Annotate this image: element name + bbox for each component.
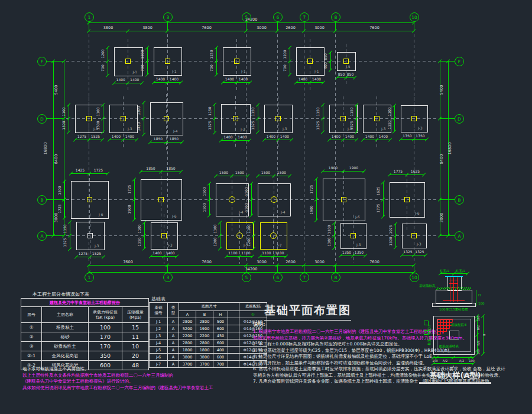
footing-sidedim-tick xyxy=(321,130,325,134)
footing-sidedim-label: 1350 xyxy=(387,118,392,131)
footing-dim-label: 1725 xyxy=(90,168,108,173)
foundation-cell: 3700 xyxy=(196,361,213,368)
bubble-stem xyxy=(89,265,89,273)
column-marker xyxy=(411,233,417,238)
foundation-cell: 2800 xyxy=(179,339,196,347)
foundation-cell: 1900 xyxy=(196,325,213,332)
bubble-stem xyxy=(89,21,89,31)
footing-sidedim-label: 1375 xyxy=(251,119,255,132)
dim-top-total xyxy=(89,22,414,23)
footing-sidedim-label: 1150 xyxy=(349,105,354,118)
soil-cell: ③ xyxy=(21,342,42,351)
bubble-stem xyxy=(46,235,64,236)
soil-footnotes: 地下水对钢筋混凝土不具腐蚀性。以上土层特性及水文条件均依据南宁市地质工程勘察院二… xyxy=(22,366,213,391)
foundation-cell: J-6 xyxy=(150,354,168,361)
dim-right-segments-label: 8400 xyxy=(439,153,444,166)
footing-dim-label: 850 xyxy=(342,72,359,77)
footing-dim-label: 1100 xyxy=(271,251,288,255)
footing-sidedim-label: 1100 xyxy=(213,222,218,235)
footing-dim-label: 1100 xyxy=(237,251,255,255)
soil-cell: 全风化花岗岩 xyxy=(42,351,89,361)
soil-cell: 100 xyxy=(89,323,122,332)
foundation-table-title: 基础表 xyxy=(151,296,166,302)
bubble-stem xyxy=(46,61,64,62)
dim-bottom-segments-label: 7600 xyxy=(113,260,143,264)
footing-label: J-3 xyxy=(128,127,132,131)
note-item: 5. 基坑开挖后，如土层条件与勘察报告不符时请通知勘察单位会同设计、监理协商处理… xyxy=(253,360,448,367)
dim-top-segments-label: 2600 xyxy=(276,25,306,30)
footing-sidedim-label: 1450 xyxy=(137,120,141,133)
foundation-cell: 450 xyxy=(213,332,228,339)
grid-bubble-3: 3 xyxy=(163,273,173,282)
grid-bubble-F: F xyxy=(455,57,464,66)
footing-sidedim-label: 1300 xyxy=(137,104,141,117)
soil-col-header: 层号 xyxy=(21,307,42,323)
grid-bubble-7: 7 xyxy=(300,12,309,22)
footing-sidedim-label: 1500 xyxy=(202,185,207,198)
grid-line-vertical xyxy=(335,34,336,261)
column-marker xyxy=(125,59,131,64)
detail-dim-label: A/2 xyxy=(440,358,450,363)
bubble-stem xyxy=(277,265,278,273)
foundation-cell: J-4 xyxy=(150,339,168,347)
footing-dim-label: 1400 xyxy=(276,134,294,139)
grid-bubble-10: 10 xyxy=(410,273,419,282)
column-marker xyxy=(87,233,93,238)
bubble-stem xyxy=(440,199,455,200)
detail-dim-label: 100 xyxy=(476,347,481,357)
footing-sidedim-label: 1500 xyxy=(57,184,62,197)
footing-dim-label: 1400 xyxy=(121,134,139,139)
dim-top-segments-label: 3800 xyxy=(93,25,123,30)
foundation-cell xyxy=(228,354,239,361)
footing-label: J-1 xyxy=(133,70,138,74)
column-marker xyxy=(307,59,313,64)
bubble-stem xyxy=(335,21,336,31)
footing-label: J-5 xyxy=(346,64,351,69)
soil-table-caption: 本工程土层分布情况如下表 xyxy=(33,291,89,297)
soil-footnote: 以上土层特性及水文条件均依据南宁市地质工程勘察院二〇一六年三月编制的 xyxy=(22,373,213,379)
foundation-cell: 1800 xyxy=(179,347,196,354)
footing-dim-label: 1500 xyxy=(257,170,275,175)
foundation-cell: 1800 xyxy=(196,347,213,354)
footing-dim-label: 1525 xyxy=(87,134,105,139)
column-marker xyxy=(404,197,410,202)
detail-dim-label: 100 xyxy=(430,358,440,363)
column-marker xyxy=(270,232,277,239)
dim-top-segments xyxy=(89,31,414,31)
footing-label: J-1 xyxy=(241,69,246,73)
detail-dim-label: B/2 xyxy=(476,322,481,333)
footing-sidedim-tick xyxy=(288,73,291,76)
column-marker xyxy=(121,116,126,121)
column-marker xyxy=(164,116,169,121)
foundation-col-header: 底面尺寸 xyxy=(179,303,239,311)
bubble-stem xyxy=(440,235,455,236)
footing-sidedim-label: 1200 xyxy=(283,48,287,61)
bubble-stem xyxy=(246,265,246,273)
foundation-col-header: 类 型 xyxy=(168,303,179,318)
footing-sidedim-label: 1150 xyxy=(316,105,320,118)
grid-bubble-6: 6 xyxy=(273,273,283,282)
dim-left-total-label: 16800 xyxy=(43,142,48,155)
soil-cell: 20 xyxy=(122,351,149,361)
foundation-table: 基础 编号类 型底面尺寸底板配筋ABH①J-1A28002800500Φ12@1… xyxy=(149,302,267,368)
dim-top-segments-label: 3800 xyxy=(133,25,163,30)
column-marker xyxy=(87,197,92,202)
dim-right-total-label: 16800 xyxy=(447,142,452,155)
footing-sidedim-label: 1350 xyxy=(137,235,142,248)
footing-sidedim-label: 1500 xyxy=(244,185,249,198)
footing-label: J-6 xyxy=(99,212,103,216)
footing-sidedim-tick xyxy=(132,218,136,221)
soil-cell: 砾砂 xyxy=(42,332,89,342)
footing-label: J-3 xyxy=(417,242,421,246)
footing-label: J-4 xyxy=(239,210,244,214)
footing-label: J-6 xyxy=(415,211,420,215)
soil-col-header: 压缩模量 (Mpa) xyxy=(122,307,149,323)
footing-sidedim-label: 1150 xyxy=(207,105,212,118)
column-marker xyxy=(234,59,239,64)
dim-bottom-segments-label: 7600 xyxy=(360,260,390,264)
footing-sidedim-label: 1200 xyxy=(100,47,105,60)
footing-dim-label: 1775 xyxy=(390,169,407,174)
foundation-cell: J-2 xyxy=(150,325,168,332)
grid-bubble-5: 5 xyxy=(242,273,251,282)
footing-label: J-1 xyxy=(172,69,177,73)
